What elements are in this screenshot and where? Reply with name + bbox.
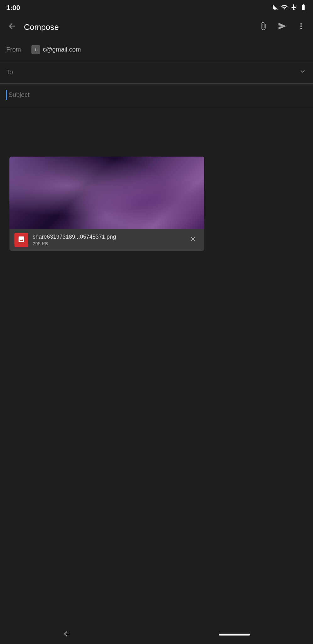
attachment-card: share631973189...05748371.png 295 KB — [9, 157, 204, 251]
status-bar: 1:00 — [0, 0, 313, 16]
attachment-filename: share631973189...05748371.png — [33, 234, 187, 240]
notification-muted-icon — [272, 4, 278, 12]
bottom-nav — [0, 625, 313, 644]
from-label: From — [6, 46, 31, 53]
to-field: To — [0, 61, 313, 84]
sender-avatar: t — [31, 45, 40, 54]
status-icons — [272, 4, 307, 12]
to-input[interactable] — [31, 69, 299, 76]
text-cursor — [6, 90, 7, 100]
image-icon — [18, 236, 25, 245]
attachment-image-preview — [9, 157, 204, 229]
from-content[interactable]: t c@gmail.com — [31, 45, 307, 54]
subject-input[interactable] — [8, 91, 307, 98]
attach-icon[interactable] — [256, 19, 270, 35]
home-pill[interactable] — [219, 634, 250, 636]
attachment-info-bar: share631973189...05748371.png 295 KB — [9, 229, 204, 251]
compose-body[interactable] — [0, 106, 313, 157]
to-label: To — [6, 69, 31, 76]
sender-email: c@gmail.com — [43, 46, 81, 53]
remove-attachment-button[interactable] — [187, 233, 199, 247]
attachment-file-icon — [14, 233, 28, 247]
app-bar: Compose — [0, 16, 313, 38]
subject-field — [0, 84, 313, 106]
send-icon[interactable] — [275, 19, 289, 35]
back-icon[interactable] — [5, 19, 19, 35]
attachment-details: share631973189...05748371.png 295 KB — [33, 234, 187, 246]
from-field: From t c@gmail.com — [0, 38, 313, 61]
nav-back-button[interactable] — [63, 630, 70, 639]
airplane-icon — [290, 4, 297, 12]
wifi-icon — [281, 4, 288, 12]
page-title: Compose — [24, 22, 251, 32]
attachment-size: 295 KB — [33, 241, 187, 246]
status-time: 1:00 — [6, 4, 20, 12]
chevron-down-icon[interactable] — [299, 67, 307, 77]
more-options-icon[interactable] — [294, 19, 308, 35]
battery-icon — [300, 4, 307, 12]
